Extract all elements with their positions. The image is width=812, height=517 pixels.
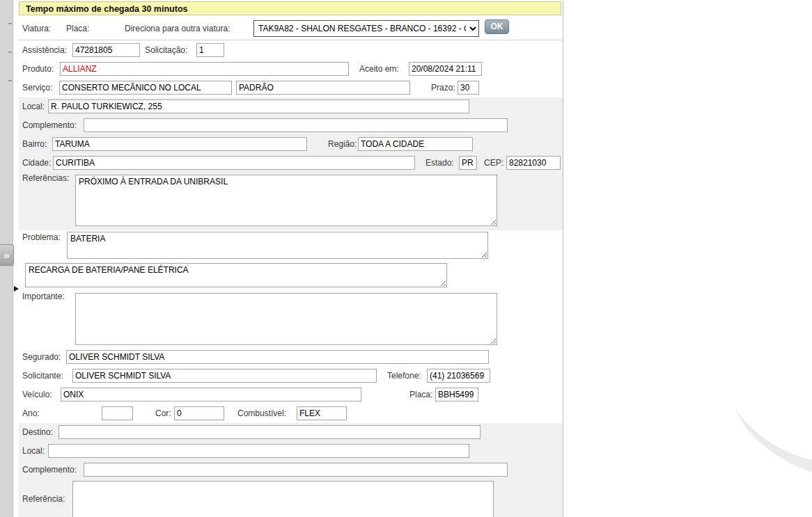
bairro-field[interactable] xyxy=(52,137,307,151)
strip-tick xyxy=(8,51,12,53)
produto-label: Produto: xyxy=(22,64,54,74)
telefone-field[interactable] xyxy=(427,369,490,383)
segurado-label: Segurado: xyxy=(22,352,61,362)
bairro-label: Bairro: xyxy=(22,139,47,149)
solicitacao-field[interactable] xyxy=(196,43,224,57)
vehicle-select[interactable]: TAK9A82 - SHALON RESGATES - BRANCO - 163… xyxy=(253,20,479,37)
solicitacao-label: Solicitação: xyxy=(145,45,187,55)
complemento-label: Complemento: xyxy=(22,120,77,130)
service-order-form: Tempo máximo de chegada 30 minutos Viatu… xyxy=(19,0,563,517)
complemento-destino-field[interactable] xyxy=(84,463,508,477)
regiao-field[interactable] xyxy=(358,137,473,151)
solicitante-label: Solicitante: xyxy=(22,371,63,381)
veiculo-field[interactable] xyxy=(61,388,361,401)
aceito-em-field[interactable] xyxy=(409,62,482,76)
collapse-arrow-icon[interactable] xyxy=(14,286,19,292)
chevron-double-right-icon: » xyxy=(3,249,9,261)
strip-tick xyxy=(8,23,12,24)
produto-field[interactable] xyxy=(60,62,349,76)
app-window: » Tempo máximo de chegada 30 minutos Via… xyxy=(0,0,812,517)
assistencia-field[interactable] xyxy=(72,43,140,57)
destino-label: Destino: xyxy=(22,427,53,437)
strip-tick xyxy=(8,80,12,81)
cor-field[interactable] xyxy=(174,406,224,420)
servico-tipo-field[interactable] xyxy=(236,81,410,95)
local-field[interactable] xyxy=(48,100,469,113)
prazo-label: Prazo: xyxy=(431,83,455,93)
ano-label: Ano: xyxy=(22,408,40,418)
regiao-label: Região: xyxy=(328,139,357,149)
cidade-label: Cidade: xyxy=(22,158,51,168)
combustivel-label: Combustível: xyxy=(237,408,286,418)
referencias-textarea[interactable]: PRÓXIMO À ENTRADA DA UNIBRASIL xyxy=(75,175,497,226)
direciona-label: Direciona para outra viatura: xyxy=(125,24,230,33)
cor-label: Cor: xyxy=(155,408,171,418)
referencia-destino-label: Referência: xyxy=(22,494,65,504)
assistencia-label: Assistência: xyxy=(22,45,67,55)
problema-textarea[interactable]: BATERIA xyxy=(67,232,488,259)
importante-label: Importante: xyxy=(22,292,65,301)
segurado-field[interactable] xyxy=(66,350,489,364)
veiculo-label: Veículo: xyxy=(22,390,52,399)
complemento-destino-label: Complemento: xyxy=(22,465,77,475)
servico-field[interactable] xyxy=(59,81,232,95)
local-destino-field[interactable] xyxy=(48,444,469,458)
aceito-em-label: Aceito em: xyxy=(359,64,399,74)
row-divider xyxy=(19,40,563,40)
servico-label: Serviço: xyxy=(22,83,52,93)
problema-detalhe-textarea[interactable]: RECARGA DE BATERIA/PANE ELÉTRICA xyxy=(25,263,447,287)
importante-textarea[interactable] xyxy=(75,293,497,345)
local-label: Local: xyxy=(22,102,45,111)
viatura-label: Viatura: xyxy=(22,24,51,33)
destino-field[interactable] xyxy=(58,425,481,439)
placa-label: Placa: xyxy=(66,24,89,33)
complemento-field[interactable] xyxy=(84,118,508,132)
referencias-label: Referências: xyxy=(22,173,69,183)
prazo-field[interactable] xyxy=(458,81,479,95)
ok-button[interactable]: OK xyxy=(485,19,509,34)
cep-label: CEP: xyxy=(484,158,503,168)
page-title: Tempo máximo de chegada 30 minutos xyxy=(19,1,561,15)
placa-veiculo-label: Placa: xyxy=(409,390,432,399)
telefone-label: Telefone: xyxy=(387,371,421,381)
problema-label: Problema: xyxy=(22,232,61,242)
cidade-field[interactable] xyxy=(53,156,415,170)
placa-veiculo-field[interactable] xyxy=(435,388,478,401)
estado-label: Estado: xyxy=(425,158,454,168)
expand-panel-button[interactable]: » xyxy=(0,244,14,266)
solicitante-field[interactable] xyxy=(72,369,377,383)
referencia-destino-textarea[interactable] xyxy=(72,481,494,517)
local-destino-label: Local: xyxy=(22,446,45,456)
watermark-swoosh xyxy=(730,402,812,500)
combustivel-field[interactable] xyxy=(297,406,347,420)
ano-field[interactable] xyxy=(102,406,133,420)
estado-field[interactable] xyxy=(459,156,477,170)
cep-field[interactable] xyxy=(506,156,561,170)
